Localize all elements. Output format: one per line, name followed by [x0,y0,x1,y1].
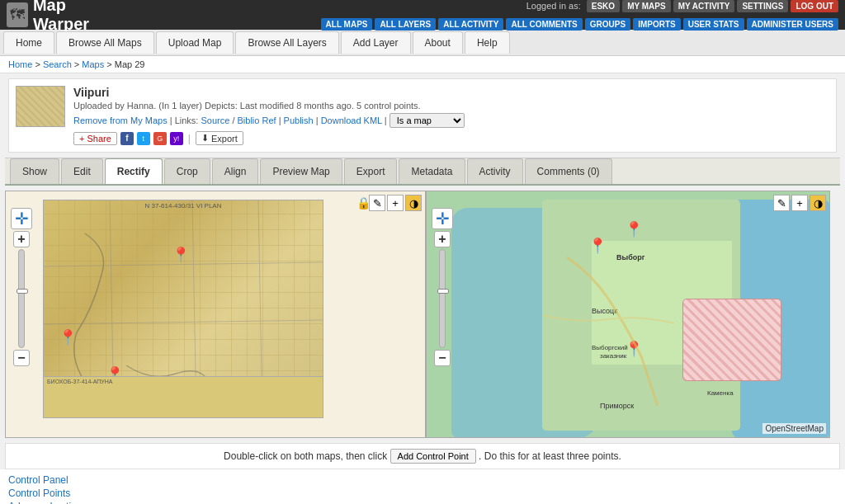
username-btn[interactable]: ESKO [587,0,620,12]
cp-marker-2[interactable]: 📍 [59,328,77,346]
top-bar: 🗺 Map Warper Logged in as: ESKO MY MAPS … [0,0,845,30]
add-control-point-button[interactable]: Add Control Point [390,449,476,464]
map-thumbnail-image [17,87,64,126]
facebook-share-icon[interactable]: f [120,132,134,145]
groups-btn[interactable]: GROUPS [585,18,630,31]
left-panel-toolbar: ✎ + ◑ [369,195,422,211]
all-comments-btn[interactable]: ALL COMMENTS [506,18,582,31]
historical-map-panel[interactable]: ✛ + − 🔒 ✎ + ◑ N 37-614-430/31 VI PLAN [5,191,426,438]
zoom-in-right[interactable]: + [434,231,451,247]
nav-tab-add-layer[interactable]: Add Layer [341,31,411,54]
right-zoom-controls: ✛ + − [432,208,453,366]
nav-tab-home[interactable]: Home [3,31,54,54]
googleplus-share-icon[interactable]: G [153,132,167,145]
instruction-bar: Double-click on both maps, then click Ad… [5,443,840,469]
download-kml-link[interactable]: Download KML [321,115,382,125]
settings-btn[interactable]: SETTINGS [737,0,788,12]
city-label-vysotsk: Высоцк [592,307,617,315]
instruction-text: Double-click on both maps, then click [224,450,387,462]
map-actions: + Share f t G y! | ⬇ Export [73,131,465,145]
nav-tab-browse-maps[interactable]: Browse All Maps [56,31,154,54]
my-activity-btn[interactable]: MY ACTIVITY [673,0,735,12]
tab-rectify[interactable]: Rectify [105,158,163,184]
yahoo-share-icon[interactable]: y! [170,132,183,145]
logo-text: Map Warper [33,0,114,34]
tab-export[interactable]: Export [344,158,398,184]
tab-comments[interactable]: Comments (0) [525,158,612,184]
osm-cp-marker-1[interactable]: 📍 [588,237,607,255]
city-label-primorsk: Приморск [600,402,634,410]
cp-marker-1[interactable]: 📍 [172,246,190,264]
twitter-share-icon[interactable]: t [137,132,150,145]
zoom-in-left[interactable]: + [13,231,30,247]
nav-tab-about[interactable]: About [413,31,463,54]
share-icon: + [79,134,84,144]
administer-users-btn[interactable]: ADMINISTER USERS [747,18,838,31]
nav-tab-upload[interactable]: Upload Map [156,31,234,54]
city-label-zakaznik: заказник [600,352,626,360]
color-tool-right[interactable]: ◑ [810,195,826,211]
zoom-slider-thumb-left [17,289,28,294]
map-thumbnail [16,86,65,127]
bottom-controls: Control Panel Control Points Advanced op… [0,469,845,504]
pan-control-right[interactable]: ✛ [432,208,453,229]
map-title: Viipuri [73,86,465,99]
osm-credit-label: OpenStreetMap [762,423,826,434]
control-points-link[interactable]: Control Points [8,488,837,499]
tab-metadata[interactable]: Metadata [399,158,465,184]
logged-in-label: Logged in as: [526,1,581,11]
tab-show[interactable]: Show [10,158,59,184]
tab-activity[interactable]: Activity [467,158,523,184]
historical-map-content: N 37-614-430/31 VI PLAN 📍 📍 📍 [44,200,323,417]
logo-icon: 🗺 [7,2,28,27]
tab-align[interactable]: Align [212,158,259,184]
zoom-slider-left[interactable] [18,249,25,348]
color-tool-left[interactable]: ◑ [405,195,422,211]
nav-tab-help[interactable]: Help [465,31,510,54]
nature-reserve [682,299,781,381]
tab-edit[interactable]: Edit [61,158,103,184]
add-tool-right[interactable]: + [791,195,808,211]
all-maps-btn[interactable]: ALL MAPS [321,18,373,31]
tab-preview-map[interactable]: Preview Map [260,158,342,184]
nav-tab-layers[interactable]: Browse All Layers [235,31,338,54]
control-panel-link[interactable]: Control Panel [8,474,837,486]
logout-btn[interactable]: LOG OUT [791,0,838,12]
osm-cp-marker-2[interactable]: 📍 [625,340,643,358]
instruction-suffix: . Do this for at least three points. [479,450,621,462]
tab-crop[interactable]: Crop [164,158,210,184]
breadcrumb-search[interactable]: Search [43,59,72,69]
historical-map-image: N 37-614-430/31 VI PLAN 📍 📍 📍 [43,200,323,418]
map-tab-bar: Show Edit Rectify Crop Align Preview Map… [5,158,840,186]
map-legend-text: БИОХОБ-37-414-АПУНА [44,377,323,386]
edit-tool-right[interactable]: ✎ [773,195,790,211]
remove-from-my-maps-link[interactable]: Remove from My Maps [73,115,168,125]
export-button[interactable]: ⬇ Export [196,131,243,145]
rectify-panels: ✛ + − 🔒 ✎ + ◑ N 37-614-430/31 VI PLAN [5,191,840,438]
is-map-select[interactable]: Is a map Is not a map Unknown [389,113,465,128]
pan-control[interactable]: ✛ [11,208,32,229]
imports-btn[interactable]: IMPORTS [633,18,681,31]
publish-link[interactable]: Publish [284,115,314,125]
breadcrumb-maps[interactable]: Maps [82,59,104,69]
add-tool-left[interactable]: + [387,195,404,211]
share-button[interactable]: + Share [73,132,117,145]
source-link[interactable]: Source [201,115,229,125]
all-layers-btn[interactable]: ALL LAYERS [375,18,436,31]
osm-map-panel[interactable]: ✛ + − ✎ + ◑ Выборг Высоцк Выборгский зак [426,191,830,438]
osm-cp-marker-3[interactable]: 📍 [625,220,643,238]
map-details: Viipuri Uploaded by Hanna. (In 1 layer) … [73,86,465,145]
zoom-out-left[interactable]: − [13,350,30,366]
breadcrumb-home[interactable]: Home [8,59,32,69]
biblio-link[interactable]: Biblio Ref [238,115,276,125]
advanced-options-link[interactable]: Advanced options [8,501,837,504]
zoom-out-right[interactable]: − [434,350,451,366]
my-maps-btn[interactable]: MY MAPS [622,0,671,12]
zoom-slider-right[interactable] [439,249,446,348]
map-links: Remove from My Maps | Links: Source / Bi… [73,113,465,128]
all-activity-btn[interactable]: ALL ACTIVITY [438,18,503,31]
city-label-vyborsky: Выборгский [592,344,628,351]
edit-tool-left[interactable]: ✎ [369,195,385,211]
map-legend-area: БИОХОБ-37-414-АПУНА [44,376,323,417]
user-stats-btn[interactable]: USER STATS [683,18,744,31]
